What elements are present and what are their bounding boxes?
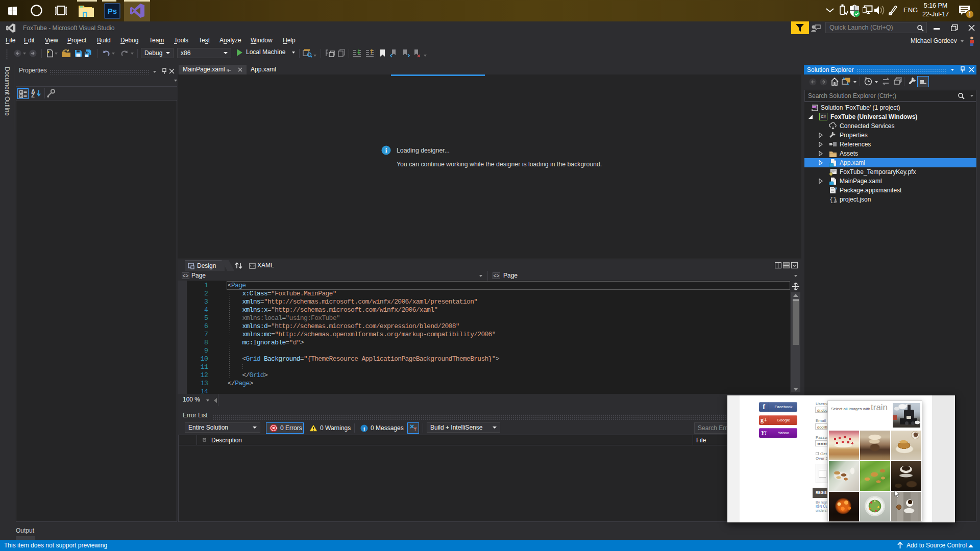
svg-text:i: i: [363, 425, 365, 431]
svg-text:i: i: [385, 146, 387, 154]
svg-text:1: 1: [968, 11, 971, 17]
svg-text:<>: <>: [182, 273, 188, 279]
svg-text:<>: <>: [493, 273, 499, 279]
